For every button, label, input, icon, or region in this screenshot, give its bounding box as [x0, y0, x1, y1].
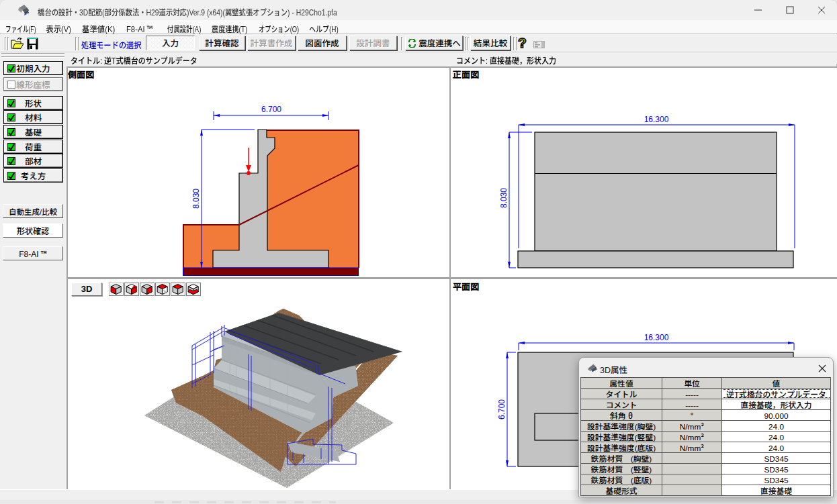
svg-text:8.030: 8.030 — [499, 188, 509, 208]
svg-text:16.300: 16.300 — [644, 115, 669, 124]
svg-text:6.700: 6.700 — [497, 399, 506, 419]
svg-text:16.300: 16.300 — [644, 333, 669, 342]
svg-text:8.030: 8.030 — [191, 189, 201, 209]
svg-text:6.700: 6.700 — [261, 105, 281, 114]
